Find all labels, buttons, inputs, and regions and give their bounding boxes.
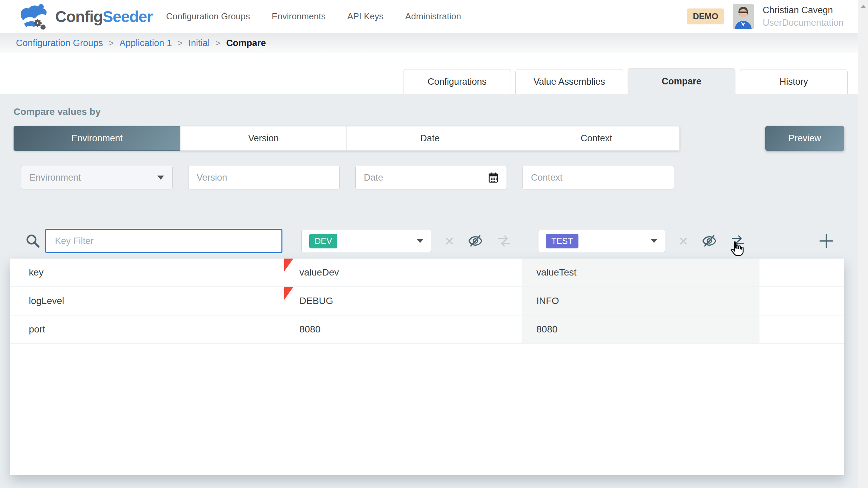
close-icon: ×	[445, 233, 454, 249]
user-name: Christian Cavegn	[763, 4, 844, 16]
dev-value-cell: valueDev	[284, 259, 522, 286]
close-icon: ×	[679, 233, 688, 249]
dev-transfer-values-button[interactable]	[497, 234, 511, 248]
scroll-up-arrow-icon[interactable]	[861, 5, 866, 8]
header-right: DEMO Christian Cavegn UserDocumentation	[687, 4, 858, 29]
avatar[interactable]	[733, 4, 754, 29]
tab-value-assemblies[interactable]: Value Assemblies	[515, 69, 623, 94]
key-filter-row: DEV × TEST	[14, 229, 844, 253]
mode-date-button[interactable]: Date	[347, 126, 513, 151]
table-row[interactable]: key valueDev valueTest	[10, 259, 844, 287]
configseeder-logo-icon	[19, 3, 50, 30]
vertical-scrollbar[interactable]	[858, 0, 868, 488]
version-field[interactable]: Version	[188, 166, 340, 189]
breadcrumb-application-1[interactable]: Application 1	[119, 38, 172, 48]
filter-input-row: Environment Version Date	[14, 166, 844, 189]
dev-hide-column-button[interactable]	[468, 233, 483, 249]
compare-column-select-dev[interactable]: DEV	[301, 230, 431, 252]
dev-environment-badge: DEV	[309, 234, 337, 248]
search-icon	[25, 233, 40, 248]
date-placeholder: Date	[364, 172, 383, 183]
test-transfer-values-button[interactable]	[731, 234, 745, 248]
breadcrumb-initial[interactable]: Initial	[188, 38, 210, 48]
tab-bar: Configurations Value Assemblies Compare …	[0, 53, 858, 94]
date-field[interactable]: Date	[355, 166, 507, 189]
app-title: ConfigSeeder	[55, 7, 153, 26]
test-value: INFO	[536, 296, 559, 306]
dev-value-cell: 8080	[284, 316, 522, 343]
calendar-icon[interactable]	[488, 172, 498, 183]
add-compare-column-button[interactable]	[818, 233, 834, 249]
version-placeholder: Version	[197, 172, 227, 183]
transfer-arrows-icon	[731, 234, 745, 248]
chevron-down-icon	[157, 176, 164, 180]
context-field[interactable]: Context	[522, 166, 674, 189]
mode-version-button[interactable]: Version	[180, 126, 347, 151]
diff-flag-icon	[284, 287, 293, 300]
key-filter-input[interactable]	[45, 229, 282, 253]
mode-environment-button[interactable]: Environment	[14, 126, 180, 151]
compare-panel: Compare values by Environment Version Da…	[0, 94, 858, 475]
user-menu[interactable]: Christian Cavegn UserDocumentation	[763, 4, 844, 29]
nav-configuration-groups[interactable]: Configuration Groups	[166, 11, 250, 22]
test-environment-badge: TEST	[546, 234, 578, 248]
key-cell: logLevel	[10, 287, 284, 315]
key-cell: port	[10, 316, 284, 343]
mode-context-button[interactable]: Context	[513, 126, 680, 151]
test-value-cell: INFO	[522, 287, 760, 315]
test-value-cell: valueTest	[522, 259, 760, 286]
tab-compare[interactable]: Compare	[628, 68, 735, 94]
table-row[interactable]: port 8080 8080	[10, 316, 844, 344]
compare-mode-group: Environment Version Date Context	[14, 126, 680, 151]
section-label: Compare values by	[14, 106, 844, 117]
main-nav: Configuration Groups Environments API Ke…	[166, 11, 461, 22]
preview-button[interactable]: Preview	[765, 126, 844, 151]
dev-value: 8080	[299, 324, 320, 335]
breadcrumb-separator: >	[178, 38, 183, 48]
tab-history[interactable]: History	[740, 69, 848, 94]
context-placeholder: Context	[531, 172, 563, 183]
app-window: ConfigSeeder Configuration Groups Enviro…	[0, 0, 858, 488]
test-clear-button[interactable]: ×	[679, 233, 688, 249]
key-cell: key	[10, 259, 284, 286]
dev-value: valueDev	[299, 267, 339, 278]
dev-clear-button[interactable]: ×	[445, 233, 454, 249]
app-logo[interactable]: ConfigSeeder	[19, 3, 153, 30]
environment-select[interactable]: Environment	[21, 166, 173, 189]
breadcrumb-separator: >	[216, 38, 221, 48]
test-value-cell: 8080	[522, 316, 760, 343]
nav-administration[interactable]: Administration	[405, 11, 461, 22]
chevron-down-icon	[651, 239, 657, 243]
eye-slash-icon	[468, 233, 483, 249]
eye-slash-icon	[702, 233, 717, 249]
breadcrumb: Configuration Groups > Application 1 > I…	[0, 33, 858, 53]
plus-icon	[818, 233, 834, 249]
dev-value: DEBUG	[299, 296, 333, 306]
nav-environments[interactable]: Environments	[272, 11, 326, 22]
test-hide-column-button[interactable]	[702, 233, 717, 249]
dev-value-cell: DEBUG	[284, 287, 522, 315]
diff-flag-icon	[284, 259, 293, 271]
user-tenant: UserDocumentation	[763, 17, 844, 29]
compare-mode-row: Environment Version Date Context Preview	[14, 126, 844, 151]
breadcrumb-separator: >	[109, 38, 114, 48]
compare-column-select-test[interactable]: TEST	[538, 230, 665, 252]
demo-badge: DEMO	[687, 8, 724, 24]
transfer-arrows-icon	[497, 234, 511, 248]
test-value: 8080	[536, 324, 557, 335]
test-value: valueTest	[536, 267, 576, 278]
tab-configurations[interactable]: Configurations	[403, 69, 511, 94]
table-row[interactable]: logLevel DEBUG INFO	[10, 287, 844, 316]
compare-table: key valueDev valueTest logLevel DEBUG IN…	[10, 259, 844, 475]
chevron-down-icon	[417, 239, 423, 243]
environment-select-placeholder: Environment	[29, 172, 81, 183]
breadcrumb-configuration-groups[interactable]: Configuration Groups	[16, 38, 103, 48]
app-header: ConfigSeeder Configuration Groups Enviro…	[0, 0, 858, 33]
nav-api-keys[interactable]: API Keys	[347, 11, 383, 22]
breadcrumb-current-compare: Compare	[226, 38, 266, 48]
